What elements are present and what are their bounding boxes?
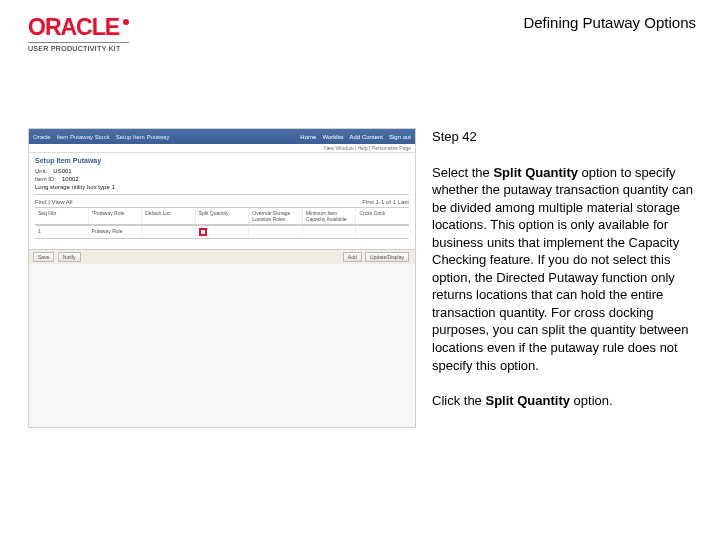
ss-notify-button: Notify xyxy=(58,252,81,262)
brand-dot-icon xyxy=(123,19,129,25)
instruction-para-1: Select the Split Quantity option to spec… xyxy=(432,164,696,375)
ss-cell-6 xyxy=(356,226,409,238)
ss-update-button: Update/Display xyxy=(365,252,409,262)
brand-word: ORACLE xyxy=(28,14,119,41)
ss-cell-4 xyxy=(249,226,303,238)
ss-nav-add: Add Content xyxy=(350,134,383,140)
ss-cell-2 xyxy=(142,226,196,238)
ss-body: Setup Item Putaway Unit: US001 Item ID: … xyxy=(29,153,415,249)
instruction-para-2: Click the Split Quantity option. xyxy=(432,392,696,410)
ss-brand: Oracle xyxy=(33,134,51,140)
p1-a: Select the xyxy=(432,165,493,180)
ss-col-2: Default Loc xyxy=(142,208,196,224)
split-quantity-checkbox-highlight[interactable] xyxy=(199,228,207,236)
ss-col-3: Split Quantity xyxy=(196,208,250,224)
brand-subtitle: USER PRODUCTIVITY KIT xyxy=(28,42,129,52)
ss-footer: Save Notify Add Update/Display xyxy=(29,249,415,264)
brand-block: ORACLE USER PRODUCTIVITY KIT xyxy=(28,14,129,52)
ss-col-0: Seq Nbr xyxy=(35,208,89,224)
ss-grid-right: First 1-1 of 1 Last xyxy=(362,199,409,205)
oracle-logo: ORACLE xyxy=(28,14,129,41)
p2-b: Split Quantity xyxy=(485,393,570,408)
ss-subbar: New Window | Help | Personalize Page xyxy=(29,144,415,153)
page: ORACLE USER PRODUCTIVITY KIT Defining Pu… xyxy=(0,0,720,540)
p2-c: option. xyxy=(570,393,613,408)
ss-unit-val: US001 xyxy=(53,168,71,174)
page-title: Defining Putaway Options xyxy=(523,14,696,31)
content: Oracle Item Putaway Stock Setup Item Put… xyxy=(28,128,696,428)
ss-add-button: Add xyxy=(343,252,362,262)
ss-cell-3 xyxy=(196,226,250,238)
ss-grid-left: Find | View All xyxy=(35,199,72,205)
ss-col-5: Minimum Item Capacity Available xyxy=(303,208,357,224)
app-screenshot: Oracle Item Putaway Stock Setup Item Put… xyxy=(28,128,416,428)
ss-grid-header: Seq Nbr *Putaway Rule Default Loc Split … xyxy=(35,207,409,225)
p2-a: Click the xyxy=(432,393,485,408)
ss-nav-worklist: Worklist xyxy=(322,134,343,140)
ss-unit-lbl: Unit: xyxy=(35,168,47,174)
step-label: Step 42 xyxy=(432,128,696,146)
ss-page-header: Setup Item Putaway xyxy=(35,157,409,164)
ss-cell-1: Putaway Rule xyxy=(89,226,143,238)
p1-b: Split Quantity xyxy=(493,165,578,180)
p1-c: option to specify whether the putaway tr… xyxy=(432,165,693,373)
header: ORACLE USER PRODUCTIVITY KIT Defining Pu… xyxy=(28,14,696,52)
ss-cell-0: 1 xyxy=(35,226,89,238)
ss-itemid-val: 10002 xyxy=(62,176,79,182)
ss-topbar: Oracle Item Putaway Stock Setup Item Put… xyxy=(29,129,415,144)
ss-crumb-1: Item Putaway Stock xyxy=(57,134,110,140)
ss-col-6: Cross Dock xyxy=(356,208,409,224)
ss-crumb-2: Setup Item Putaway xyxy=(116,134,170,140)
ss-grid-row: 1 Putaway Rule xyxy=(35,225,409,239)
instruction-panel: Step 42 Select the Split Quantity option… xyxy=(432,128,696,428)
ss-nav-home: Home xyxy=(300,134,316,140)
ss-col-4: Override Storage Location Rules xyxy=(249,208,303,224)
ss-save-button: Save xyxy=(33,252,54,262)
ss-itemid-lbl: Item ID: xyxy=(35,176,56,182)
ss-cell-5 xyxy=(303,226,357,238)
ss-desc: Long storage utility box type 1 xyxy=(35,184,115,190)
ss-col-1: *Putaway Rule xyxy=(89,208,143,224)
ss-nav-signout: Sign out xyxy=(389,134,411,140)
